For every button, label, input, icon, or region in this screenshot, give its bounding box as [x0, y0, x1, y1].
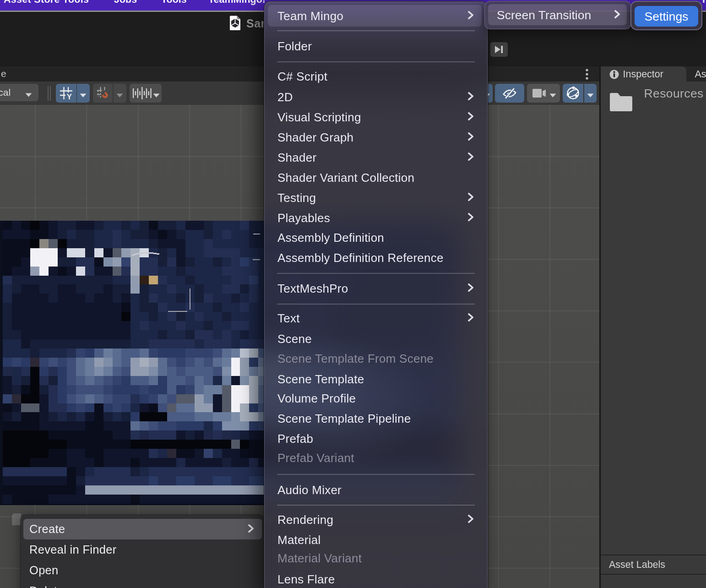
svg-text:Y: Y: [67, 93, 72, 100]
